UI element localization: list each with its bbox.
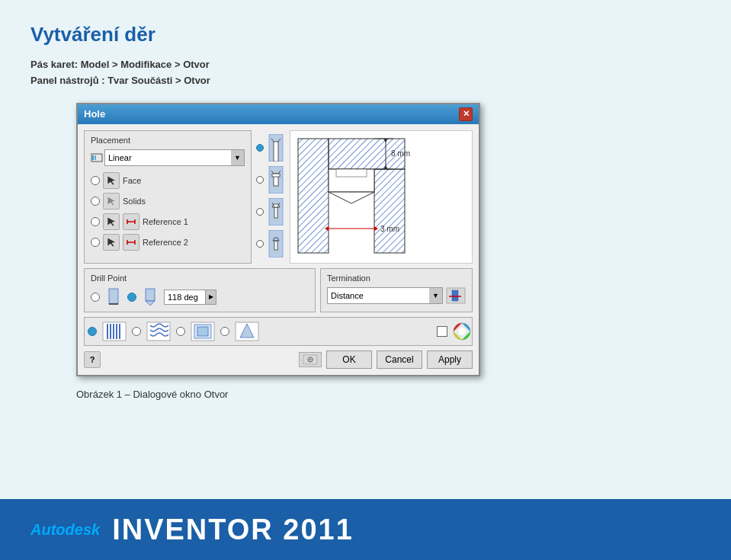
dropdown-arrow[interactable]: ▼ [231,149,245,166]
termination-value[interactable]: Distance [327,287,429,304]
dialog-wrapper: Hole ✕ Placement [76,103,480,376]
feature-3-icon[interactable] [190,321,216,342]
reference2-icon-btn2[interactable] [123,234,139,251]
page-title: Vytváření děr [30,23,701,46]
close-button[interactable]: ✕ [459,107,473,121]
cursor-icon [106,175,117,186]
reference1-label: Reference 1 [143,217,188,226]
svg-rect-28 [274,241,277,250]
feature-4-radio[interactable] [220,327,229,336]
hole-dialog: Hole ✕ Placement [76,103,480,376]
reference1-icon-btn2[interactable] [123,213,139,230]
ok-button[interactable]: OK [326,350,372,369]
hole-type-4-row [256,230,285,258]
hole-types-column [256,130,285,264]
termination-group: Termination Distance ▼ [320,268,473,312]
drill-flat-icon[interactable] [103,287,124,307]
dropdown-value[interactable]: Linear [104,149,231,166]
drill-angled-radio[interactable] [127,293,136,302]
degree-arrow[interactable]: ▶ [206,290,216,305]
placement-icon [91,151,104,165]
reference2-icon-btn1[interactable] [103,234,120,251]
svg-rect-19 [272,174,280,177]
placement-dropdown-row: Linear ▼ [91,149,245,166]
hole-type-2-icon[interactable] [266,166,285,194]
hole-type-1-icon[interactable] [266,134,285,162]
footer-inventor-label: INVENTOR 2011 [112,514,354,546]
solids-cursor-icon [106,196,117,206]
hole-type-1-row [256,134,285,162]
feature-2-radio[interactable] [132,327,141,336]
solids-label: Solids [123,197,146,206]
ref-dim-icon [126,216,136,227]
hole-type-3-row [256,198,285,226]
feature-4-icon[interactable] [234,321,260,342]
hole-type-3-radio[interactable] [256,208,264,216]
hole-type-4-icon[interactable] [266,230,285,258]
solids-radio[interactable] [91,197,100,206]
svg-marker-4 [107,197,116,206]
drill-point-group: Drill Point [84,268,316,312]
drill-flat-radio[interactable] [91,293,100,302]
feature-3-radio[interactable] [176,327,185,336]
reference2-radio[interactable] [91,238,100,247]
cancel-button[interactable]: Cancel [377,350,422,369]
drill-point-row: ▶ [91,287,309,307]
top-section: Placement Linear ▼ [84,130,473,264]
preview-icon [303,354,318,365]
hole-type-2-radio[interactable] [256,176,264,184]
breadcrumb-1: Pás karet: Model > Modifikace > Otvor [30,57,701,73]
placement-group: Placement Linear ▼ [84,130,252,264]
hole-type-4-radio[interactable] [256,240,264,248]
termination-dropdown-arrow[interactable]: ▼ [429,287,443,304]
placement-label: Placement [91,136,245,145]
dialog-titlebar: Hole ✕ [78,104,479,124]
svg-rect-36 [374,169,405,253]
diagram-svg: 8 mm 3 mm [290,131,472,261]
svg-text:8 mm: 8 mm [391,149,410,158]
svg-rect-66 [197,327,208,336]
svg-point-70 [458,328,466,335]
diagram-area: 8 mm 3 mm [290,130,473,264]
svg-rect-50 [109,289,118,304]
termination-icon-btn[interactable] [446,287,466,306]
preview-button[interactable] [299,352,322,367]
apply-button[interactable]: Apply [427,350,473,369]
drill-point-label: Drill Point [91,274,309,283]
ref-cursor-icon [106,216,117,227]
ref2-cursor-icon [106,237,117,248]
face-icon-btn[interactable] [103,172,120,189]
svg-rect-39 [336,169,367,177]
svg-point-73 [309,359,311,360]
color-wheel-icon[interactable] [452,322,472,341]
termination-label: Termination [327,274,466,283]
svg-rect-14 [274,142,278,162]
feature-2-icon[interactable] [146,321,172,342]
solids-icon-btn[interactable] [103,193,120,210]
breadcrumb-2: Panel nástrojů : Tvar Součásti > Otvor [30,73,701,89]
svg-text:3 mm: 3 mm [380,225,399,233]
dialog-body: Placement Linear ▼ [78,124,479,375]
bottom-section: Drill Point [84,268,473,312]
reference1-icon-btn1[interactable] [103,213,120,230]
help-button[interactable]: ? [84,351,101,368]
checkbox-1[interactable] [437,326,447,337]
feature-row [84,317,473,346]
hole-type-1-radio[interactable] [256,144,264,152]
reference1-radio[interactable] [91,217,100,226]
termination-icon [446,287,466,304]
hole-type-3-icon[interactable] [266,198,285,226]
svg-rect-52 [146,289,155,301]
degree-input[interactable] [164,290,206,305]
drill-angled-icon[interactable] [139,287,161,307]
solids-row: Solids [91,193,245,210]
face-row: Face [91,172,245,189]
feature-1-icon[interactable] [101,321,127,342]
feature-1-radio[interactable] [88,327,97,336]
svg-marker-9 [107,238,116,247]
face-label: Face [123,176,141,185]
svg-rect-23 [274,207,277,218]
face-radio[interactable] [91,176,100,185]
svg-marker-53 [146,301,155,306]
svg-marker-38 [329,192,374,203]
